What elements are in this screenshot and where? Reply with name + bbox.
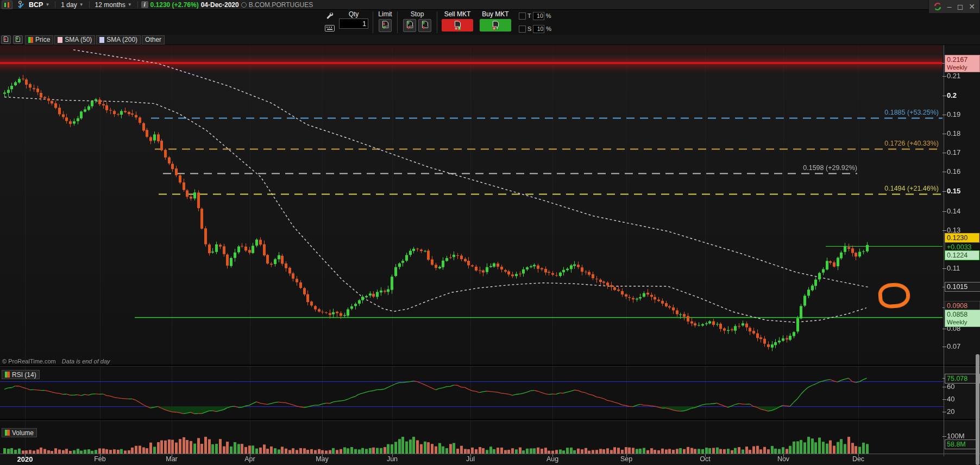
t-label: T: [527, 12, 531, 19]
legend-rsi-label: RSI (14): [12, 371, 36, 379]
stop-order-button-2[interactable]: [418, 19, 431, 32]
price-legend-strip: Price SMA (50) SMA (200) Other: [0, 35, 980, 45]
legend-other[interactable]: Other: [142, 35, 165, 45]
instrument-name: B.COM.PORTUGUES: [249, 1, 313, 9]
rsi-axis-tick: 20: [947, 407, 954, 416]
quote-date: 04-Dec-2020: [201, 1, 239, 9]
chevron-down-icon: ▼: [128, 2, 132, 7]
price-axis-tick: 0.18: [947, 129, 960, 137]
qty-input[interactable]: [339, 18, 368, 29]
divider: [373, 11, 373, 33]
legend-sma50-label: SMA (50): [65, 36, 92, 43]
stop-order-button-1[interactable]: [403, 19, 416, 32]
symbol-selector[interactable]: BCP ▼: [27, 1, 52, 9]
red-candle-glyph: [8, 2, 9, 8]
legend-rsi[interactable]: RSI (14): [2, 370, 40, 379]
fib-level-label: 0.1598 (+29.92%): [803, 164, 857, 172]
vertical-scrollbar[interactable]: [976, 354, 979, 465]
minimize-button[interactable]: –: [947, 3, 952, 10]
divider: [437, 11, 437, 33]
qty-column: Qty: [336, 10, 372, 34]
sell-mkt-button[interactable]: [442, 19, 473, 32]
fib-level-label: 0.1494 (+21.46%): [884, 185, 939, 192]
x-axis-month-label: Aug: [546, 455, 558, 463]
stop-label: Stop: [411, 10, 424, 18]
stop-column: Stop: [399, 10, 436, 34]
rsi-swatch-icon: [5, 372, 10, 378]
legend-price[interactable]: Price: [25, 35, 53, 45]
price-chart-canvas[interactable]: [0, 0, 980, 465]
weekly-support-label: 0.0858Weekly: [945, 310, 980, 327]
s-checkbox[interactable]: [519, 26, 526, 33]
price-axis-tick: 0.21: [947, 72, 960, 80]
x-axis-month-label: Mar: [166, 455, 178, 463]
legend-volume[interactable]: Volume: [2, 428, 37, 437]
range-label: 12 months: [95, 1, 125, 9]
x-axis-month-label: 2020: [17, 455, 33, 463]
maximize-button[interactable]: ◻: [957, 3, 964, 10]
chart-style-icon[interactable]: [2, 1, 12, 9]
info-icon[interactable]: i: [141, 1, 148, 8]
keyboard-icon[interactable]: [325, 24, 335, 34]
divider: [55, 1, 55, 8]
status-ring-icon: [241, 2, 247, 8]
sma50-swatch-icon: [58, 37, 62, 43]
x-axis-month-label: Dec: [852, 455, 864, 463]
rsi-axis-tick: 60: [947, 382, 954, 391]
symbol-label: BCP: [29, 1, 43, 9]
x-axis-month-label: Feb: [94, 455, 106, 463]
legend-volume-label: Volume: [12, 429, 34, 437]
buy-mkt-button[interactable]: [480, 19, 511, 32]
sma200-swatch-icon: [99, 37, 104, 43]
chevron-down-icon: ▼: [79, 2, 84, 7]
t-percent-input[interactable]: [533, 12, 544, 20]
legend-price-label: Price: [35, 36, 50, 43]
legend-sma200-label: SMA (200): [106, 36, 137, 43]
legend-sma50[interactable]: SMA (50): [54, 35, 95, 45]
green-candle-glyph: [4, 3, 6, 7]
range-selector[interactable]: 12 months ▼: [93, 1, 134, 9]
chevron-down-icon: ▼: [45, 2, 49, 7]
order-settings-wrench-icon[interactable]: [325, 11, 335, 22]
x-axis-month-label: Jun: [387, 455, 398, 463]
trailing-stop-column: T % S %: [514, 10, 551, 34]
timeframe-label: 1 day: [61, 1, 77, 9]
timeframe-selector[interactable]: 1 day ▼: [59, 1, 85, 9]
price-axis-tick: 0.17: [947, 148, 960, 156]
data-note-text: Data is end of day: [62, 358, 110, 365]
buy-doc-icon-button[interactable]: [13, 35, 23, 44]
x-axis-month-label: Apr: [244, 455, 255, 463]
limit-order-button[interactable]: [379, 19, 392, 32]
s-unit: %: [546, 26, 551, 32]
copyright-text: © ProRealTime.com: [2, 358, 56, 365]
divider: [137, 1, 138, 8]
volume-value-label: 58.8M: [945, 439, 977, 449]
qty-label: Qty: [349, 10, 359, 18]
rsi-axis-tick: 40: [947, 395, 954, 403]
sell-doc-icon-button[interactable]: [1, 35, 11, 44]
refresh-icon[interactable]: [933, 2, 942, 11]
legend-other-label: Other: [145, 36, 161, 43]
s-percent-input[interactable]: [533, 25, 544, 33]
close-button[interactable]: ✕: [969, 3, 975, 10]
legend-sma200[interactable]: SMA (200): [96, 35, 141, 45]
x-axis-month-label: Oct: [700, 455, 710, 463]
price-axis-tick: 0.14: [947, 207, 960, 215]
order-strip: Qty Limit Stop: [0, 10, 980, 35]
weekly-resistance-label: 0.2167Weekly: [945, 55, 980, 72]
price-axis-tick: 0.15: [947, 187, 960, 195]
fib-level-label: 0.1885 (+53.25%): [884, 109, 939, 116]
t-checkbox[interactable]: [519, 12, 526, 20]
volume-swatch-icon: [5, 430, 10, 436]
sell-mkt-label: Sell MKT: [444, 10, 471, 18]
price-axis-tick: 0.16: [947, 167, 960, 175]
x-axis-month-label: Sep: [620, 455, 632, 463]
rsi-value-label: 75.078: [945, 374, 980, 384]
pin-check-icon[interactable]: [14, 1, 27, 9]
t-unit: %: [546, 12, 551, 19]
fib-level-label: 0.1726 (+40.33%): [884, 140, 939, 147]
order-panel: Qty Limit Stop: [324, 10, 551, 34]
x-axis-month-label: Nov: [777, 455, 789, 463]
buy-mkt-label: Buy MKT: [482, 10, 508, 18]
divider: [89, 1, 90, 8]
